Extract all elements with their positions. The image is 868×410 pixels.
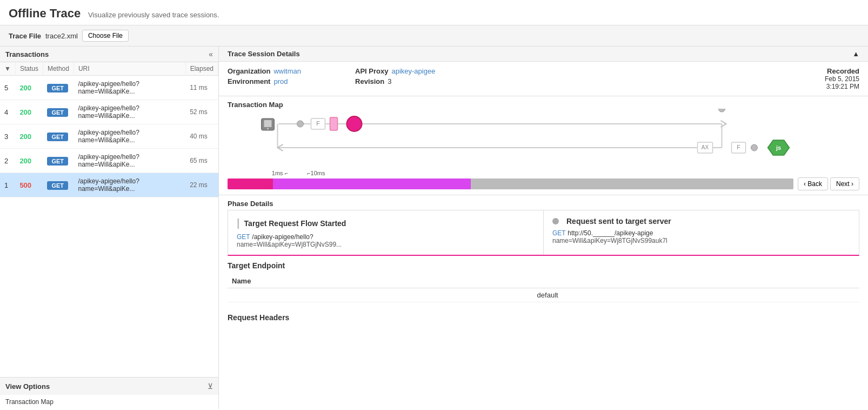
target-endpoint-section: Target Endpoint Name default [219,256,868,308]
tx-uri: /apikey-apigee/hello? name=Will&apiKe... [74,173,185,197]
trace-file-name: trace2.xml [45,32,78,40]
tx-status: 200 [15,100,43,124]
phase-card-2: Request sent to target server GET http:/… [544,210,859,255]
tx-uri: /apikey-apigee/hello? name=Will&apiKe... [74,100,185,124]
proxy-group: API Proxy apikey-apigee [355,67,435,75]
sort-arrow: ▼ [4,65,11,72]
col-method: Method [43,62,74,76]
session-details-title: Trace Session Details [228,50,300,58]
collapse-session-icon[interactable]: ▲ [852,50,859,58]
view-options-collapse-button[interactable]: ⊻ [208,382,213,391]
transactions-table: ▼ Status Method URI Elapsed 5 200 GET /a… [0,62,218,197]
tx-uri: /apikey-apigee/hello? name=Will&apiKe... [74,124,185,149]
svg-point-13 [347,116,362,131]
target-name-value: default [533,288,859,302]
table-row[interactable]: 2 200 GET /apikey-apigee/hello? name=Wil… [0,149,218,173]
svg-text:F: F [737,144,740,150]
tx-elapsed: 22 ms [185,173,218,197]
tx-elapsed: 52 ms [185,100,218,124]
phase-pipe-icon: | [237,217,240,229]
tx-map-title: Transaction Map [219,96,868,109]
tx-status: 200 [15,76,43,100]
revision-value: 3 [388,77,391,85]
phase-card-1-get: GET /apikey-apigee/hello? [237,233,535,241]
svg-point-6 [267,128,269,130]
env-group: Environment prod [228,77,301,85]
svg-text:F: F [316,120,320,127]
flow-diagram: F AX F [219,109,868,168]
timeline-wrapper: 1ms ⌐ ⌐10ms ‹ Back Next › [219,170,868,195]
timeline-bar-phase2 [273,178,471,189]
tx-method: GET [43,149,74,173]
transactions-header-row: ▼ Status Method URI Elapsed [0,62,218,76]
back-button[interactable]: ‹ Back [798,177,828,190]
right-content: Organization wwitman Environment prod AP… [219,62,868,409]
svg-point-16 [719,109,725,112]
timeline-label-1ms: 1ms ⌐ [272,170,288,176]
svg-rect-12 [330,117,338,130]
timeline-labels: 1ms ⌐ ⌐10ms [228,170,859,176]
tx-method: GET [43,76,74,100]
table-row[interactable]: 5 200 GET /apikey-apigee/hello? name=Wil… [0,76,218,100]
next-button[interactable]: Next › [830,177,859,190]
phase-card-1-params: name=Will&apiKey=Wj8TGjNvS99... [237,241,535,248]
timeline-bar-phase1 [228,178,273,189]
right-panel: Trace Session Details ▲ Organization wwi… [219,47,868,409]
svg-rect-5 [264,120,272,127]
target-name-cell [228,288,533,302]
phase-card-2-params: name=Will&apiKey=Wj8TGjNvS99auk7l [552,237,850,244]
tx-num: 3 [0,124,15,149]
tx-method: GET [43,124,74,149]
tx-elapsed: 40 ms [185,124,218,149]
page-subtitle: Visualize previously saved trace session… [88,11,219,19]
tx-status: 200 [15,149,43,173]
revision-group: Revision 3 [355,77,435,85]
tx-elapsed: 65 ms [185,149,218,173]
trace-file-label: Trace File [9,32,41,40]
target-value-header [533,274,859,288]
session-details-header: Trace Session Details ▲ [219,47,868,62]
svg-point-7 [297,121,304,127]
svg-point-19 [751,144,758,151]
tx-method: GET [43,100,74,124]
timeline-bar [228,178,793,189]
main-layout: Transactions « ▼ Status Method URI Elaps… [0,47,868,409]
phase-card-1-title: | Target Request Flow Started [237,217,535,229]
table-row[interactable]: 4 200 GET /apikey-apigee/hello? name=Wil… [0,100,218,124]
target-endpoint-title: Target Endpoint [228,261,859,270]
request-headers-section: Request Headers [219,308,868,329]
target-table: Name default [228,274,859,302]
page-title: Offline Trace [9,6,81,20]
table-row[interactable]: 3 200 GET /apikey-apigee/hello? name=Wil… [0,124,218,149]
col-uri: URI [74,62,185,76]
phase-details-section: Phase Details | Target Request Flow Star… [219,195,868,256]
env-label: Environment [228,77,270,85]
session-info: Organization wwitman Environment prod AP… [219,62,868,96]
trace-file-bar: Trace File trace2.xml Choose File [0,25,868,47]
target-name-row: default [228,288,859,302]
recorded-date: Feb 5, 2015 [825,75,859,83]
choose-file-button[interactable]: Choose File [82,30,129,42]
recorded-time: 3:19:21 PM [825,83,859,90]
table-row[interactable]: 1 500 GET /apikey-apigee/hello? name=Wil… [0,173,218,197]
timeline-bar-phase3 [471,178,793,189]
org-label: Organization [228,67,270,75]
view-options-section: View Options ⊻ [0,377,218,395]
recorded-label: Recorded [825,67,859,75]
phase-card-2-title: Request sent to target server [552,217,850,226]
target-name-header: Name [228,274,533,288]
view-options-label: View Options [5,382,50,391]
env-value: prod [273,77,288,85]
org-value: wwitman [273,67,301,75]
svg-text:AX: AX [702,144,709,150]
transactions-collapse-button[interactable]: « [209,50,213,58]
svg-text:js: js [776,144,781,151]
tx-status: 200 [15,124,43,149]
tx-elapsed: 11 ms [185,76,218,100]
col-sort[interactable]: ▼ [0,62,15,76]
proxy-value: apikey-apigee [391,67,435,75]
tx-num: 1 [0,173,15,197]
phase-cards: | Target Request Flow Started GET /apike… [228,210,859,256]
transactions-header: Transactions « [0,47,218,62]
org-group: Organization wwitman [228,67,301,75]
